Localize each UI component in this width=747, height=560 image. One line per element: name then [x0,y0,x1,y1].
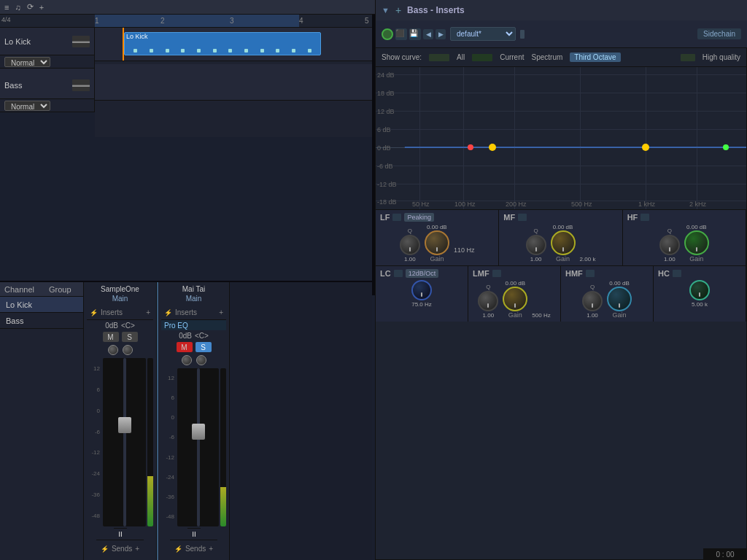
eq-node-lf[interactable] [489,144,496,151]
maitai-inserts-row: ⚡ Inserts + [161,306,226,320]
arrow-down-icon[interactable]: ▼ [382,6,390,15]
lmf-gain-knob[interactable] [503,287,527,311]
add-insert-btn-maitai[interactable]: + [219,308,223,316]
lf-q-knob[interactable] [400,235,420,255]
ruler-mark-3: 3 [230,17,234,25]
mf-gain-knob[interactable] [551,230,576,255]
eq-node-red[interactable] [468,144,473,150]
power-icon-maitai[interactable]: ⚡ [164,309,172,316]
mf-freq-val: 2.00 k [580,256,596,262]
lf-toggle[interactable] [392,214,401,221]
eq-node-mf[interactable] [642,144,649,151]
sampleone-solo-btn[interactable]: S [122,332,138,342]
sampleone-fader-thumb[interactable] [118,417,131,433]
channel-item-bass[interactable]: Bass [0,313,83,329]
sampleone-routing [108,345,133,355]
lc-type-btn[interactable]: 12dB/Oct [406,269,439,278]
lc-toggle[interactable] [394,270,403,277]
all-toggle[interactable] [429,54,449,61]
track-controls-lo-kick: Normal [0,55,94,69]
add-insert-btn-sampleone[interactable]: + [146,308,150,316]
hmf-q-label: Q [590,284,595,290]
toolbar-icon-3[interactable]: ⟳ [27,2,34,12]
toolbar-icon-2[interactable]: ♫ [15,3,20,12]
normal-dropdown-lo-kick[interactable]: Normal [4,57,50,67]
third-octave-btn[interactable]: Third Octave [570,52,620,62]
mf-q-knob[interactable] [526,235,546,255]
maitai-db: 0dB [179,332,192,340]
hf-gain-knob[interactable] [684,230,709,255]
current-btn[interactable]: Current [500,53,524,61]
spectrum-btn[interactable]: Spectrum [532,53,563,61]
high-quality-btn[interactable]: High quality [703,53,740,61]
lf-gain-knob[interactable] [425,230,449,255]
hc-toggle[interactable] [673,270,681,277]
track-name-bass: Bass [4,81,69,90]
maitai-fader-track[interactable] [177,368,219,526]
track-header-bass[interactable]: Bass ▬▬▬ [0,71,94,99]
maitai-knob-l[interactable] [182,355,192,365]
bypass-power-btn[interactable] [382,28,393,40]
maitai-fader-scale: 1260-6-12-24-36-48 [161,368,176,526]
sampleone-db: 0dB [105,322,118,330]
sampleone-knob-l[interactable] [108,345,118,355]
power-icon-sends-maitai[interactable]: ⚡ [174,545,182,553]
sampleone-play-btn[interactable]: ⏸ [117,530,124,538]
lmf-toggle[interactable] [492,270,501,277]
next-preset-btn[interactable]: ▶ [436,29,446,39]
hc-freq-knob[interactable] [689,280,710,300]
add-send-btn-maitai[interactable]: + [209,545,213,553]
power-icon-sampleone[interactable]: ⚡ [90,309,98,316]
lf-type-btn[interactable]: Peaking [404,213,434,222]
clip-dot [308,49,311,52]
hf-toggle[interactable] [640,214,649,221]
timeline-selection[interactable] [95,15,299,27]
sidechain-btn[interactable]: Sidechain [697,28,741,39]
hq-toggle[interactable] [681,54,695,61]
maitai-sub: Main [186,295,202,303]
maitai-mute-btn[interactable]: M [177,342,193,352]
clip-lo-kick[interactable]: Lo Kick [124,32,321,55]
sampleone-fader-track[interactable] [103,358,146,526]
current-toggle[interactable] [472,54,492,61]
sampleone-mute-btn[interactable]: M [103,332,119,342]
power-icon-sends-sampleone[interactable]: ⚡ [101,545,109,553]
monitor-icon[interactable]: ⬛ [395,28,407,40]
sampleone-level-fill [147,476,153,526]
eq-node-hf[interactable] [723,144,729,150]
track-header-lo-kick[interactable]: Lo Kick ▬▬▬ [0,28,94,55]
lc-freq-knob[interactable] [411,280,432,300]
all-btn[interactable]: All [457,53,465,61]
sampleone-knob-r[interactable] [123,345,133,355]
channel-item-lo-kick[interactable]: Lo Kick [0,297,83,313]
hmf-gain-knob[interactable] [607,287,632,311]
maitai-play-btn[interactable]: ⏸ [190,530,198,538]
mf-gain-value: 0.00 dB [553,224,573,230]
hmf-q-knob[interactable] [582,291,603,311]
maitai-solo-btn[interactable]: S [196,342,212,352]
mf-toggle[interactable] [518,214,527,221]
eq-curve-display[interactable]: 24 dB 18 dB 12 dB 6 dB 0 dB -6 dB -12 dB… [376,67,746,209]
maitai-fader-thumb[interactable] [192,424,205,440]
prev-preset-btn[interactable]: ◀ [423,29,433,39]
track-lane-bass[interactable] [95,64,372,101]
plus-icon[interactable]: + [395,4,401,16]
dropdown-arrow[interactable] [520,30,525,39]
toolbar-icon-4[interactable]: + [39,3,44,12]
toolbar-icon-1[interactable]: ≡ [4,3,9,12]
arrangement-area[interactable]: Lo Kick [95,28,372,137]
track-type-icon-lo-kick: ▬▬▬ [72,36,90,47]
maitai-knob-r[interactable] [196,355,206,365]
hmf-toggle[interactable] [586,270,595,277]
track-lane-lo-kick[interactable]: Lo Kick [95,28,372,61]
maitai-pro-eq-insert[interactable]: Pro EQ [161,320,226,330]
hf-gain-label: Gain [689,255,703,262]
hf-gain-value: 0.00 dB [686,224,707,230]
lmf-q-knob[interactable] [478,291,498,311]
preset-dropdown[interactable]: default* [450,27,516,41]
hf-q-knob[interactable] [659,235,680,255]
add-send-btn-sampleone[interactable]: + [135,545,139,553]
normal-dropdown-bass[interactable]: Normal [4,101,50,111]
timeline-ruler[interactable]: 4/4 1 2 3 4 5 [0,15,372,28]
save-icon[interactable]: 💾 [409,28,421,40]
